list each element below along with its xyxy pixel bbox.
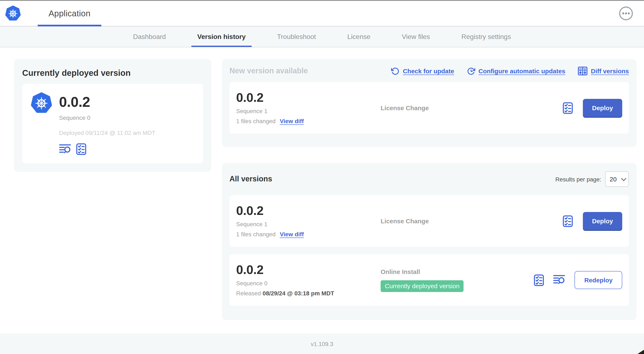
version-nav-bar: Dashboard Version history Troubleshoot L… — [0, 26, 644, 47]
tab-view-files[interactable]: View files — [396, 26, 436, 47]
tab-troubleshoot[interactable]: Troubleshoot — [271, 26, 322, 47]
new-version-heading: New version available — [230, 67, 308, 75]
files-changed: 1 files changed — [236, 231, 276, 237]
deploy-button[interactable]: Deploy — [583, 212, 622, 230]
released-date: 08/29/24 @ 03:18 pm MDT — [262, 290, 334, 297]
kubernetes-logo-icon — [5, 6, 21, 21]
view-diff-link[interactable]: View diff — [280, 231, 304, 237]
version-number: 0.0.2 — [236, 263, 380, 276]
deployed-version-card: 0.0.2 Sequence 0 Deployed 09/11/24 @ 11:… — [22, 84, 203, 163]
main-content: Currently deployed version 0.0.2 Sequenc… — [0, 47, 644, 333]
release-checklist-icon — [76, 143, 86, 155]
app-header: Application — [0, 1, 644, 26]
new-version-panel: New version available Check for update — [222, 59, 636, 147]
all-versions-panel: All versions Results per page: 20 — [222, 163, 636, 320]
preflight-checks-button[interactable] — [534, 274, 544, 286]
currently-deployed-panel: Currently deployed version 0.0.2 Sequenc… — [14, 59, 212, 172]
redeploy-button[interactable]: Redeploy — [575, 271, 622, 289]
released-line: Released08/29/24 @ 03:18 pm MDT — [236, 290, 380, 297]
diff-versions-link[interactable]: Diff versions — [578, 67, 629, 75]
deploy-button[interactable]: Deploy — [583, 99, 622, 117]
auto-update-clock-icon — [467, 67, 475, 75]
version-sequence: Sequence 1 — [236, 221, 380, 227]
view-deploy-logs-button[interactable] — [59, 144, 71, 154]
version-source: Online Install — [380, 268, 420, 275]
all-versions-heading: All versions — [230, 175, 272, 183]
version-number: 0.0.2 — [236, 91, 380, 104]
currently-deployed-badge: Currently deployed version — [380, 280, 464, 292]
version-row: 0.0.2 Sequence 0 Released08/29/24 @ 03:1… — [230, 254, 629, 306]
version-source: License Change — [380, 104, 429, 111]
preflight-checks-button[interactable] — [563, 102, 573, 114]
ellipsis-icon — [619, 6, 633, 21]
release-checklist-icon — [563, 102, 573, 114]
app-logo — [5, 6, 21, 21]
new-version-card: 0.0.2 Sequence 1 1 files changed View di… — [230, 82, 629, 134]
view-logs-icon — [553, 275, 566, 285]
tab-version-history[interactable]: Version history — [191, 26, 252, 47]
rotate-ccw-icon — [391, 67, 400, 75]
view-preflight-checks-button[interactable] — [76, 143, 86, 155]
view-deploy-logs-button[interactable] — [553, 275, 566, 285]
results-per-page-label: Results per page: — [556, 176, 601, 182]
view-logs-icon — [59, 144, 71, 154]
deployed-timestamp: Deployed 09/11/24 @ 11:02 am MDT — [59, 129, 155, 136]
results-per-page-wrapper: 20 — [605, 171, 629, 187]
kots-admin-console: Application Dashboard Version history Tr… — [0, 0, 644, 354]
currently-deployed-title: Currently deployed version — [22, 68, 203, 78]
release-checklist-icon — [534, 274, 544, 286]
diff-columns-icon — [578, 67, 588, 75]
app-title: Application — [48, 9, 90, 18]
update-links: Check for update Configure automatic upd… — [391, 67, 629, 75]
tab-license[interactable]: License — [342, 26, 376, 47]
version-sequence: Sequence 0 — [236, 280, 380, 286]
footer: v1.109.3 — [0, 333, 644, 354]
kubernetes-logo-icon — [30, 92, 52, 114]
tab-registry-settings[interactable]: Registry settings — [456, 26, 517, 47]
tab-dashboard[interactable]: Dashboard — [127, 26, 172, 47]
more-options-button[interactable] — [619, 6, 633, 21]
app-title-tab[interactable]: Application — [38, 1, 101, 26]
version-sequence: Sequence 1 — [236, 108, 380, 114]
configure-automatic-updates-link[interactable]: Configure automatic updates — [467, 67, 565, 75]
active-app-indicator — [38, 25, 101, 26]
results-per-page-select[interactable]: 20 — [605, 171, 629, 187]
deployed-app-logo — [30, 92, 52, 114]
view-diff-link[interactable]: View diff — [280, 118, 304, 124]
section-gap — [222, 147, 636, 163]
right-column: New version available Check for update — [222, 59, 636, 320]
preflight-checks-button[interactable] — [563, 215, 573, 227]
version-source: License Change — [380, 217, 429, 224]
console-version: v1.109.3 — [311, 340, 333, 347]
version-rows: 0.0.2 Sequence 1 1 files changed View di… — [230, 195, 629, 306]
version-number: 0.0.2 — [236, 204, 380, 217]
version-row: 0.0.2 Sequence 1 1 files changed View di… — [230, 195, 629, 247]
deployed-version-number: 0.0.2 — [59, 95, 155, 109]
check-for-update-link[interactable]: Check for update — [391, 67, 454, 75]
files-changed: 1 files changed — [236, 118, 276, 124]
release-checklist-icon — [563, 215, 573, 227]
deployed-sequence: Sequence 0 — [59, 114, 155, 121]
